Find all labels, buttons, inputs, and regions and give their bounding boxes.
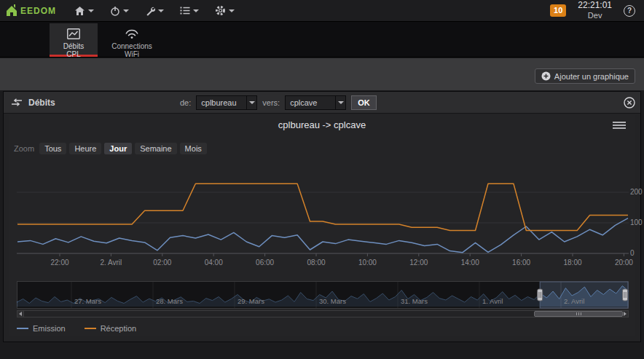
line-chart-icon xyxy=(56,27,91,40)
legend-line-sample xyxy=(17,328,28,329)
chevron-down-icon xyxy=(335,96,345,109)
tab-label: Débits CPL xyxy=(63,42,84,58)
navigator-scrollbar[interactable] xyxy=(17,310,629,317)
clock: 22:21:01 Dev xyxy=(578,0,612,21)
plus-circle-icon xyxy=(541,71,551,81)
to-label: vers: xyxy=(262,98,280,107)
zoom-controls: Zoom Tous Heure Jour Semaine Mois xyxy=(14,143,207,154)
menu-settings[interactable] xyxy=(207,0,243,22)
add-graph-label: Ajouter un graphique xyxy=(554,72,629,81)
help-icon[interactable]: ? xyxy=(624,5,635,17)
zoom-button-semaine[interactable]: Semaine xyxy=(135,143,176,154)
ok-button[interactable]: OK xyxy=(351,95,377,110)
to-select[interactable]: cplcave xyxy=(285,95,346,110)
navigator-handle xyxy=(623,289,628,301)
menu-home[interactable] xyxy=(66,0,102,22)
chart-container: cplbureau -> cplcave Zoom Tous Heure Jou… xyxy=(9,114,635,336)
close-panel-icon[interactable] xyxy=(624,97,635,111)
power-icon xyxy=(110,6,120,16)
chart-plot-area[interactable] xyxy=(17,165,629,258)
wifi-icon xyxy=(106,27,158,40)
legend-item-reception[interactable]: Réception xyxy=(85,324,137,333)
menu-summary[interactable] xyxy=(172,0,207,22)
swap-icon[interactable] xyxy=(11,98,23,106)
home-icon xyxy=(74,6,85,16)
zoom-button-heure[interactable]: Heure xyxy=(69,143,101,154)
legend-label: Réception xyxy=(101,324,137,333)
chart-title: cplbureau -> cplcave xyxy=(9,119,635,130)
wrench-icon xyxy=(145,6,155,16)
chart-export-menu-icon[interactable] xyxy=(613,120,626,130)
pair-selector: de: cplbureau vers: cplcave OK xyxy=(180,92,377,113)
top-menubar: eedom xyxy=(0,0,644,22)
legend-item-emission[interactable]: Emission xyxy=(17,324,66,333)
from-select[interactable]: cplbureau xyxy=(196,95,257,110)
clock-time: 22:21:01 xyxy=(578,0,612,11)
tab-connections-wifi[interactable]: Connections WiFi xyxy=(99,23,165,57)
debits-panel: Débits de: cplbureau vers: cplcave OK cp… xyxy=(3,91,641,342)
panel-header: Débits de: cplbureau vers: cplcave OK xyxy=(4,92,640,114)
zoom-button-tous[interactable]: Tous xyxy=(39,143,66,154)
chevron-down-icon xyxy=(193,9,199,12)
gear-icon xyxy=(215,5,226,16)
main-menus xyxy=(66,0,243,22)
menu-plugins[interactable] xyxy=(102,0,137,22)
to-select-value: cplcave xyxy=(286,98,335,107)
navigator[interactable] xyxy=(17,281,629,309)
plugin-tabsbar: Débits CPL Connections WiFi xyxy=(0,22,644,58)
update-count-badge[interactable]: 10 xyxy=(550,4,566,17)
legend-line-sample xyxy=(85,328,96,329)
legend-label: Emission xyxy=(33,324,66,333)
chevron-down-icon xyxy=(246,96,256,109)
chevron-down-icon xyxy=(158,9,164,12)
zoom-button-mois[interactable]: Mois xyxy=(180,143,207,154)
scrollbar-left-arrow-icon[interactable] xyxy=(17,311,24,317)
scrollbar-thumb[interactable] xyxy=(534,311,623,317)
panel-title: Débits xyxy=(28,98,55,108)
add-graph-button[interactable]: Ajouter un graphique xyxy=(535,68,635,84)
tab-debits-cpl[interactable]: Débits CPL xyxy=(50,23,98,57)
navigator-handle xyxy=(538,289,543,301)
jeedom-logo[interactable]: eedom xyxy=(4,4,56,18)
chart-legend: Emission Réception xyxy=(17,324,136,333)
chevron-down-icon xyxy=(123,9,129,12)
from-select-value: cplbureau xyxy=(197,98,246,107)
chevron-down-icon xyxy=(229,9,235,12)
logo-text: eedom xyxy=(20,6,56,16)
chevron-down-icon xyxy=(88,9,94,12)
jeedom-house-icon xyxy=(4,4,19,18)
topbar-right: 10 22:21:01 Dev ? xyxy=(550,0,635,21)
environment-label: Dev xyxy=(578,11,612,21)
tab-label: Connections WiFi xyxy=(111,42,152,58)
menu-tools[interactable] xyxy=(137,0,172,22)
from-label: de: xyxy=(180,98,191,107)
zoom-label: Zoom xyxy=(14,144,34,153)
zoom-button-jour[interactable]: Jour xyxy=(104,143,132,154)
list-icon xyxy=(180,6,190,15)
